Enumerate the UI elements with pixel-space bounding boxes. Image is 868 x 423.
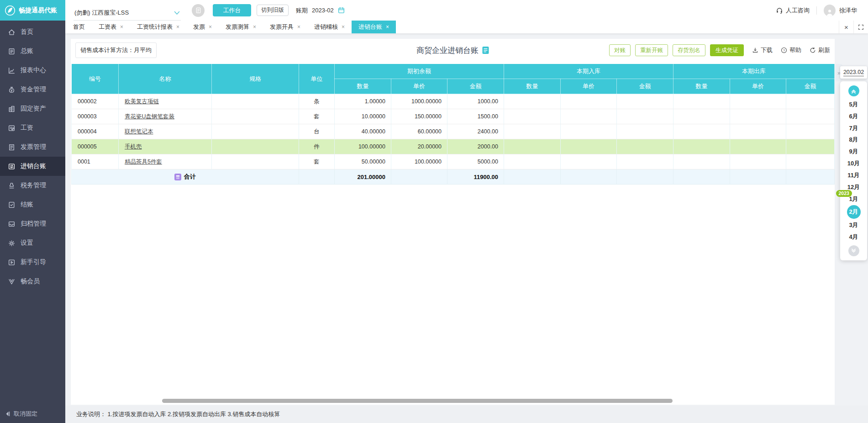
month-7月[interactable]: 7月 (847, 123, 861, 134)
horizontal-scrollbar-thumb[interactable] (162, 399, 673, 403)
sidebar-item-label: 工资 (21, 124, 33, 132)
support-link[interactable]: 人工咨询 (776, 6, 810, 15)
download-button[interactable]: 下载 (752, 46, 773, 54)
fullscreen-icon[interactable] (853, 21, 868, 33)
title-doc-icon[interactable] (482, 46, 489, 54)
status-bar: 业务说明： 1.按进项发票自动入库 2.按销项发票自动出库 3.销售成本自动核算 (65, 406, 868, 423)
tab-close-icon[interactable]: × (386, 24, 389, 30)
subcol-price[interactable]: 单价 (561, 79, 617, 94)
subcol-qty[interactable]: 数量 (673, 79, 730, 94)
month-11月[interactable]: 11月 (847, 170, 861, 181)
cell-out-amount (786, 154, 835, 169)
subcol-qty[interactable]: 数量 (335, 79, 391, 94)
tab-发票[interactable]: 发票× (186, 21, 219, 33)
month-5月[interactable]: 5月 (847, 99, 861, 110)
tab-close-icon[interactable]: × (209, 24, 212, 30)
period-label: 账期 (296, 6, 308, 15)
sidebar-item-settings[interactable]: 设置 (0, 233, 65, 253)
sidebar-item-guide[interactable]: 新手引导 (0, 253, 65, 272)
item-name-link[interactable]: 手机壳 (125, 143, 142, 150)
months-scroll-down-icon[interactable] (848, 245, 859, 256)
tab-close-icon[interactable]: × (253, 24, 256, 30)
month-9月[interactable]: 9月 (847, 146, 861, 157)
tab-close-icon[interactable]: × (176, 24, 179, 30)
item-name-link[interactable]: 青花瓷U盘钢笔套装 (125, 113, 174, 120)
subcol-price[interactable]: 单价 (730, 79, 786, 94)
sidebar-item-inout[interactable]: 进销台账 (0, 157, 65, 176)
cell-opening-qty: 50.00000 (335, 154, 391, 169)
month-2月[interactable]: 2月 (847, 205, 861, 219)
account-selector[interactable]: (勿删) 江西服宝-LSS (74, 9, 181, 21)
sidebar-item-report[interactable]: 报表中心 (0, 61, 65, 80)
sidebar-item-tax[interactable]: 税务管理 (0, 176, 65, 195)
sidebar-item-label: 结账 (21, 201, 33, 209)
tab-首页[interactable]: 首页 (66, 21, 92, 33)
sidebar-item-settle[interactable]: 结账 (0, 195, 65, 214)
page-title-wrap: 商贸企业进销台账 (416, 45, 489, 56)
month-3月[interactable]: 3月 (847, 220, 861, 231)
unpin-sidebar-button[interactable]: 取消固定 (0, 407, 65, 420)
tab-发票开具[interactable]: 发票开具× (263, 21, 307, 33)
accounting-period[interactable]: 账期 2023-02 (296, 6, 345, 15)
sidebar-item-home[interactable]: 首页 (0, 22, 65, 42)
tab-工资统计报表[interactable]: 工资统计报表× (130, 21, 186, 33)
tab-工资表[interactable]: 工资表× (92, 21, 130, 33)
tab-close-icon[interactable]: × (342, 24, 345, 30)
sidebar-item-salary[interactable]: 工资 (0, 118, 65, 137)
tab-close-icon[interactable]: × (297, 24, 300, 30)
refresh-button[interactable]: 刷新 (810, 46, 830, 54)
cell-spec (212, 109, 299, 124)
col-header-name[interactable]: 名称 (119, 64, 212, 94)
calendar-icon (338, 7, 345, 14)
help-button[interactable]: ? 帮助 (781, 46, 801, 54)
sidebar-item-ledger[interactable]: 总账 (0, 42, 65, 61)
month-6月[interactable]: 6月 (847, 111, 861, 122)
reconcile-button[interactable]: 对账 (609, 44, 631, 56)
workbench-button[interactable]: 工作台 (213, 4, 251, 16)
cell-out-qty (673, 124, 730, 139)
sidebar-item-asset[interactable]: 固定资产 (0, 99, 65, 118)
guide-icon (8, 259, 16, 266)
sidebar-item-archive[interactable]: 归档管理 (0, 214, 65, 233)
item-name-link[interactable]: 联想笔记本 (125, 128, 153, 135)
cost-method-value: 月平均 (134, 47, 152, 53)
subcol-qty[interactable]: 数量 (504, 79, 561, 94)
col-header-code[interactable]: 编号 (72, 64, 119, 94)
notepad-icon[interactable] (192, 4, 205, 17)
month-4月[interactable]: 4月 (847, 232, 861, 243)
cell-out-qty (673, 154, 730, 169)
sidebar-item-invoice[interactable]: 发票管理 (0, 137, 65, 157)
subcol-price[interactable]: 单价 (391, 79, 447, 94)
avatar[interactable] (824, 5, 836, 16)
sidebar-item-label: 畅会员 (21, 277, 40, 286)
switch-old-version-button[interactable]: 切到旧版 (257, 5, 289, 16)
current-period-box[interactable]: 2023.02 (840, 66, 867, 79)
close-tabs-icon[interactable]: × (839, 21, 853, 33)
cell-opening-amount: 2000.00 (447, 139, 504, 154)
month-1月[interactable]: 1月2023 (847, 194, 861, 205)
item-name-link[interactable]: 精品茶具5件套 (125, 159, 162, 165)
col-header-unit[interactable]: 单位 (299, 64, 335, 94)
col-header-spec[interactable]: 规格 (212, 64, 299, 94)
subcol-amount[interactable]: 金额 (617, 79, 673, 94)
subcol-amount[interactable]: 金额 (786, 79, 835, 94)
month-10月[interactable]: 10月 (847, 158, 861, 169)
months-scroll-up-icon[interactable] (848, 85, 859, 96)
tab-close-icon[interactable]: × (120, 24, 123, 30)
sidebar-item-member[interactable]: 畅会员 (0, 272, 65, 291)
subcol-amount[interactable]: 金额 (447, 79, 504, 94)
sidebar-item-label: 税务管理 (21, 181, 46, 190)
inventory-ledger-table: 编号 名称 规格 单位 期初余额 本期入库 本期出库 数量 单价 金额 数量 单… (71, 63, 835, 185)
tab-发票测算[interactable]: 发票测算× (219, 21, 263, 33)
ledger-icon (8, 48, 16, 55)
reopen-account-button[interactable]: 重新开账 (635, 44, 668, 56)
tab-进销台账[interactable]: 进销台账× (352, 21, 396, 33)
generate-voucher-button[interactable]: 生成凭证 (710, 44, 744, 56)
stock-alias-button[interactable]: 存货别名 (673, 44, 705, 56)
tax-icon (8, 182, 16, 190)
item-name-link[interactable]: 欧美复古项链 (125, 98, 159, 105)
tab-进销稽核[interactable]: 进销稽核× (307, 21, 352, 33)
cell-opening-price: 1000.00000 (391, 94, 447, 109)
month-8月[interactable]: 8月 (847, 134, 861, 145)
sidebar-item-fund[interactable]: 资金管理 (0, 80, 65, 99)
